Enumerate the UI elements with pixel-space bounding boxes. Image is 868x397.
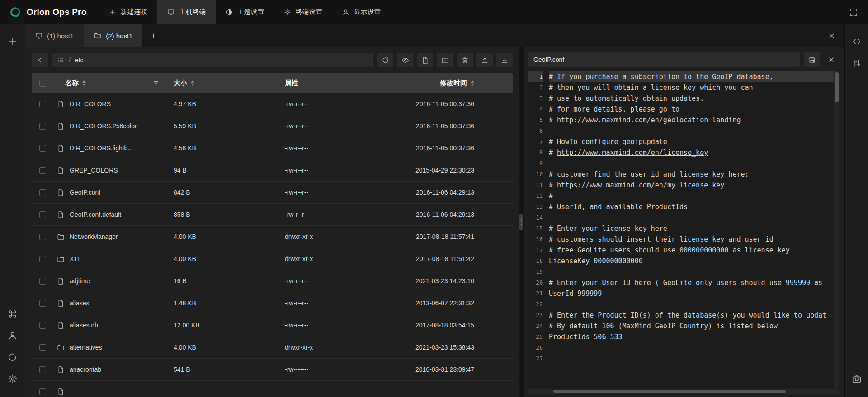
tab-host1-files[interactable]: (2) host1: [84, 24, 143, 47]
sort-carets-name[interactable]: [82, 80, 86, 86]
row-checkbox[interactable]: [39, 366, 46, 373]
file-name[interactable]: alternatives: [70, 344, 102, 351]
editor-line[interactable]: [549, 299, 839, 310]
editor-link[interactable]: http://www.maxmind.com/en/geolocation_la…: [557, 116, 741, 124]
shortcuts-button[interactable]: [8, 309, 18, 319]
table-row[interactable]: GREP_COLORS94 B-rw-r--r--2015-04-29 22:3…: [32, 159, 513, 182]
editor-line[interactable]: # If you purchase a subscription to the …: [549, 71, 839, 82]
row-checkbox[interactable]: [39, 211, 46, 218]
code-view-button[interactable]: [852, 37, 862, 47]
editor-line[interactable]: # Enter your license key here: [549, 223, 839, 234]
screenshot-button[interactable]: [852, 374, 862, 384]
new-file-button[interactable]: [417, 53, 433, 67]
editor-link[interactable]: http://www.maxmind.com/en/license_key: [557, 149, 708, 157]
editor-line[interactable]: # Enter your User ID here ( GeoLite only…: [549, 277, 839, 288]
table-row[interactable]: anacrontab541 B-rw-------2016-03-31 23:0…: [32, 359, 513, 381]
row-checkbox[interactable]: [39, 344, 46, 351]
file-name[interactable]: adjtime: [70, 277, 90, 285]
table-row[interactable]: aliases.db12.00 KB-rw-r--r--2017-08-18 0…: [32, 314, 513, 336]
row-checkbox[interactable]: [39, 256, 46, 262]
editor-line[interactable]: LicenseKey 000000000000: [549, 256, 839, 266]
file-name[interactable]: GREP_COLORS: [70, 167, 118, 174]
editor-line[interactable]: # then you will obtain a license key whi…: [549, 82, 839, 93]
editor-line[interactable]: [549, 353, 839, 364]
filter-icon[interactable]: [153, 80, 159, 86]
file-name[interactable]: GeoIP.conf.default: [70, 211, 121, 218]
breadcrumb-path[interactable]: etc: [75, 56, 84, 64]
row-checkbox[interactable]: [39, 388, 46, 395]
save-button[interactable]: [804, 52, 820, 67]
editor-line[interactable]: #: [549, 191, 839, 201]
sort-carets-size[interactable]: [191, 80, 194, 86]
column-header-name[interactable]: 名称: [65, 79, 79, 88]
code-content[interactable]: # If you purchase a subscription to the …: [549, 71, 839, 388]
row-checkbox[interactable]: [39, 278, 46, 285]
tab-host1-terminal[interactable]: (1) host1: [25, 24, 84, 47]
fullscreen-button[interactable]: [849, 8, 858, 17]
horizontal-scroll-thumb[interactable]: [553, 390, 786, 393]
sort-toggle-button[interactable]: [852, 58, 862, 68]
add-tab-button[interactable]: [143, 24, 164, 47]
editor-line[interactable]: # for more details, please go to: [549, 104, 839, 115]
file-name[interactable]: aliases: [70, 299, 90, 307]
preview-button[interactable]: [397, 53, 413, 67]
delete-button[interactable]: [457, 53, 473, 67]
editor-vertical-scrollbar[interactable]: [834, 71, 839, 388]
row-checkbox[interactable]: [39, 234, 46, 240]
breadcrumb[interactable]: / etc: [52, 53, 373, 67]
editor-line[interactable]: [549, 212, 839, 223]
editor-line[interactable]: # use to automatically obtain updates.: [549, 93, 839, 104]
menu-item-theme-settings[interactable]: 主题设置: [216, 0, 274, 24]
file-name[interactable]: DIR_COLORS.256color: [70, 122, 137, 130]
editor-line[interactable]: ProductIds 506 533: [549, 332, 839, 342]
row-checkbox[interactable]: [39, 145, 46, 152]
menu-item-host-terminal[interactable]: 主机终端: [157, 0, 216, 24]
menu-item-terminal-settings[interactable]: 终端设置: [274, 0, 332, 24]
editor-link[interactable]: https://www.maxmind.com/en/my_license_ke…: [557, 181, 724, 189]
refresh-button[interactable]: [377, 53, 393, 67]
preferences-button[interactable]: [8, 374, 18, 384]
code-editor[interactable]: 1234567891011121314151617181920212223242…: [528, 71, 839, 388]
editor-line[interactable]: # customers should insert their license …: [549, 234, 839, 245]
editor-line[interactable]: [549, 266, 839, 277]
row-checkbox[interactable]: [39, 300, 46, 307]
file-name[interactable]: DIR_COLORS: [70, 100, 111, 107]
editor-line[interactable]: # http://www.maxmind.com/en/geolocation_…: [549, 115, 839, 126]
editor-line[interactable]: # https://www.maxmind.com/en/my_license_…: [549, 180, 839, 191]
file-name[interactable]: NetworkManager: [70, 233, 118, 240]
table-row[interactable]: GeoIP.conf842 B-rw-r--r--2016-11-06 04:2…: [32, 182, 513, 204]
editor-line[interactable]: # By default 106 (MaxMind GeoIP Country)…: [549, 321, 839, 332]
close-panel-button[interactable]: [828, 32, 835, 40]
editor-line[interactable]: # customer find the user_id and license …: [549, 169, 839, 180]
table-row[interactable]: DIR_COLORS.lightb...4.56 KB-rw-r--r--201…: [32, 137, 513, 159]
users-button[interactable]: [8, 331, 18, 341]
new-folder-button[interactable]: [437, 53, 453, 67]
file-name[interactable]: GeoIP.conf: [70, 189, 100, 196]
table-row[interactable]: DIR_COLORS.256color5.59 KB-rw-r--r--2016…: [32, 115, 513, 137]
file-name[interactable]: X11: [70, 255, 80, 262]
row-checkbox[interactable]: [39, 189, 46, 196]
sort-carets-time[interactable]: [471, 80, 474, 86]
row-checkbox[interactable]: [39, 101, 46, 107]
upload-button[interactable]: [476, 53, 493, 67]
panel-splitter[interactable]: [519, 47, 524, 397]
table-row[interactable]: GeoIP.conf.default858 B-rw-r--r--2016-11…: [32, 204, 513, 226]
appearance-button[interactable]: [8, 352, 18, 362]
table-row[interactable]: alternatives4.00 KBdrwxr-xr-x2021-03-23 …: [32, 336, 513, 359]
splitter-grip-icon[interactable]: [519, 214, 523, 230]
table-row[interactable]: DIR_COLORS4.97 KB-rw-r--r--2016-11-05 00…: [32, 93, 513, 115]
editor-line[interactable]: [549, 126, 839, 136]
editor-line[interactable]: # UserId, and available ProductIds: [549, 201, 839, 212]
table-row[interactable]: adjtime16 B-rw-r--r--2021-03-23 14:23:10: [32, 270, 513, 292]
table-row[interactable]: X114.00 KBdrwxr-xr-x2017-08-18 11:51:42: [32, 248, 513, 270]
table-row[interactable]: NetworkManager4.00 KBdrwxr-xr-x2017-08-1…: [32, 226, 513, 248]
editor-line[interactable]: # free GeoLite users should use 00000000…: [549, 245, 839, 256]
row-checkbox[interactable]: [39, 123, 46, 130]
select-all-checkbox[interactable]: [39, 80, 46, 87]
vertical-scroll-thumb[interactable]: [835, 72, 839, 102]
editor-line[interactable]: # http://www.maxmind.com/en/license_key: [549, 147, 839, 158]
back-button[interactable]: [32, 53, 48, 67]
editor-line[interactable]: # Enter the Product ID(s) of the databas…: [549, 310, 839, 321]
editor-line[interactable]: [549, 158, 839, 169]
rail-new-connection-button[interactable]: [8, 37, 18, 47]
